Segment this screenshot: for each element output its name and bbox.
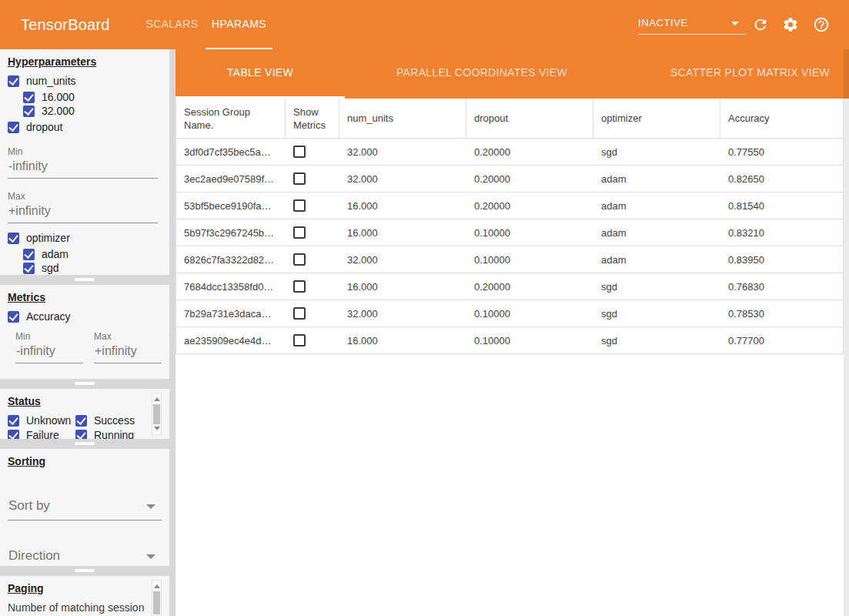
tab-parallel-coordinates-view[interactable]: PARALLEL COORDINATES VIEW — [345, 49, 619, 99]
cell-session-name: 7b29a731e3daca… — [176, 300, 286, 327]
cell-show-metrics — [286, 300, 339, 327]
cell-session-name: ae235909ec4e4d… — [176, 327, 286, 354]
col-show-metrics: Show Metrics — [286, 99, 339, 139]
cell-accuracy: 0.81540 — [720, 192, 844, 219]
app-header: TensorBoard SCALARS HPARAMS INACTIVE — [0, 0, 849, 49]
run-status-select[interactable]: INACTIVE — [638, 14, 747, 35]
scroll-up-icon[interactable] — [154, 397, 160, 401]
table-header: Session Group Name. Show Metrics num_uni… — [175, 99, 849, 139]
status-running-checkbox[interactable] — [75, 430, 87, 440]
cell-num-units: 32.000 — [339, 300, 466, 327]
num-units-16-label: 16.000 — [42, 91, 75, 103]
cell-optimizer: adam — [593, 246, 720, 273]
scroll-down-icon[interactable] — [154, 427, 160, 430]
cell-accuracy: 0.83950 — [720, 246, 844, 273]
show-metrics-checkbox[interactable] — [293, 172, 306, 185]
status-success-checkbox[interactable] — [75, 415, 87, 427]
scroll-thumb[interactable] — [153, 404, 160, 424]
num-units-label: num_units — [26, 75, 76, 87]
show-metrics-checkbox[interactable] — [293, 334, 306, 346]
paging-scrollbar[interactable] — [152, 580, 162, 616]
page-scrollbar[interactable] — [844, 49, 849, 616]
num-units-32-checkbox[interactable] — [23, 105, 35, 117]
cell-accuracy: 0.77550 — [720, 139, 844, 166]
section-resize-handle[interactable] — [0, 275, 175, 285]
col-optimizer: optimizer — [593, 99, 720, 139]
help-icon[interactable] — [813, 16, 830, 33]
tab-table-view[interactable]: TABLE VIEW — [175, 49, 345, 99]
accuracy-checkbox[interactable] — [8, 311, 19, 323]
dropout-label: dropout — [26, 121, 62, 133]
scroll-thumb[interactable] — [153, 591, 160, 614]
table-row[interactable]: 7b29a731e3daca… 32.000 0.10000 sgd 0.785… — [175, 300, 849, 327]
num-units-checkbox[interactable] — [8, 75, 19, 87]
cell-session-name: 7684dcc13358fd0… — [176, 273, 286, 300]
show-metrics-checkbox[interactable] — [293, 199, 306, 212]
cell-optimizer: sgd — [593, 273, 720, 300]
paging-section: Paging Number of matching session groups… — [0, 576, 169, 616]
tab-scatter-plot-matrix-view[interactable]: SCATTER PLOT MATRIX VIEW — [619, 49, 849, 99]
tab-hparams[interactable]: HPARAMS — [206, 0, 272, 49]
tab-scalars[interactable]: SCALARS — [139, 0, 206, 49]
settings-gear-icon[interactable] — [782, 16, 799, 33]
status-unknown: Unknown — [8, 413, 75, 427]
optimizer-sgd-checkbox[interactable] — [23, 263, 35, 274]
section-resize-handle[interactable] — [0, 439, 175, 449]
hparam-optimizer: optimizer — [8, 231, 162, 245]
app-title: TensorBoard — [21, 0, 110, 49]
sort-by-label: Sort by — [8, 498, 50, 513]
cell-session-name: 3df0d7cf35bec5a… — [176, 139, 286, 166]
cell-optimizer: adam — [593, 166, 720, 192]
dropout-max-input[interactable]: +infinity — [8, 202, 158, 223]
table-row[interactable]: 7684dcc13358fd0… 16.000 0.20000 sgd 0.76… — [175, 273, 849, 300]
table-row[interactable]: 5b97f3c2967245b… 16.000 0.10000 adam 0.8… — [175, 219, 849, 246]
show-metrics-checkbox[interactable] — [293, 146, 306, 158]
metric-max-input[interactable]: +infinity — [94, 342, 162, 363]
cell-num-units: 16.000 — [339, 273, 466, 300]
refresh-icon[interactable] — [752, 16, 769, 33]
table-row[interactable]: 6826c7fa3322d82… 32.000 0.10000 adam 0.8… — [175, 246, 849, 273]
section-resize-handle[interactable] — [0, 379, 175, 389]
optimizer-checkbox[interactable] — [8, 233, 19, 244]
cell-session-name: 3ec2aed9e07589f… — [176, 166, 286, 192]
cell-num-units: 32.000 — [339, 166, 466, 192]
hyperparameters-heading: Hyperparameters — [8, 55, 162, 68]
optimizer-adam-label: adam — [42, 248, 69, 260]
show-metrics-checkbox[interactable] — [293, 307, 306, 320]
hparam-dropout: dropout — [8, 120, 162, 134]
col-dropout: dropout — [466, 99, 593, 139]
table-row[interactable]: 3df0d7cf35bec5a… 32.000 0.20000 sgd 0.77… — [175, 139, 849, 166]
show-metrics-checkbox[interactable] — [293, 253, 306, 266]
cell-show-metrics — [286, 327, 339, 354]
status-scrollbar[interactable] — [152, 393, 162, 435]
drag-pill — [75, 382, 95, 385]
dropout-checkbox[interactable] — [8, 122, 19, 133]
scroll-up-icon[interactable] — [154, 584, 160, 588]
optimizer-adam-checkbox[interactable] — [23, 249, 35, 260]
metrics-min-max: Min -infinity Max +infinity — [15, 331, 162, 363]
cell-dropout: 0.10000 — [466, 327, 593, 354]
optimizer-sgd-label: sgd — [42, 262, 59, 274]
sort-by-select[interactable]: Sort by — [8, 497, 162, 521]
cell-dropout: 0.20000 — [466, 192, 593, 219]
cell-optimizer: sgd — [593, 327, 720, 354]
sidebar: Hyperparameters num_units 16.000 32.000 … — [0, 49, 175, 616]
metric-accuracy: Accuracy — [8, 310, 162, 323]
section-resize-handle[interactable] — [0, 566, 175, 576]
cell-show-metrics — [286, 166, 339, 192]
table-row[interactable]: 3ec2aed9e07589f… 32.000 0.20000 adam 0.8… — [175, 166, 849, 192]
table-row[interactable]: 53bf5bece9190fa… 16.000 0.20000 adam 0.8… — [175, 192, 849, 219]
table-row[interactable]: ae235909ec4e4d… 16.000 0.10000 sgd 0.777… — [175, 327, 849, 354]
direction-select[interactable]: Direction — [8, 547, 162, 566]
cell-optimizer: adam — [593, 219, 720, 246]
status-unknown-checkbox[interactable] — [8, 415, 19, 427]
dropout-max-label: Max — [8, 191, 162, 202]
show-metrics-checkbox[interactable] — [293, 226, 306, 239]
metric-min-input[interactable]: -infinity — [15, 342, 83, 363]
dropout-min-input[interactable]: -infinity — [8, 157, 158, 179]
show-metrics-checkbox[interactable] — [293, 280, 306, 293]
num-units-16-checkbox[interactable] — [23, 92, 35, 103]
status-failure-checkbox[interactable] — [8, 430, 19, 440]
cell-num-units: 16.000 — [339, 219, 466, 246]
cell-dropout: 0.20000 — [466, 139, 593, 166]
